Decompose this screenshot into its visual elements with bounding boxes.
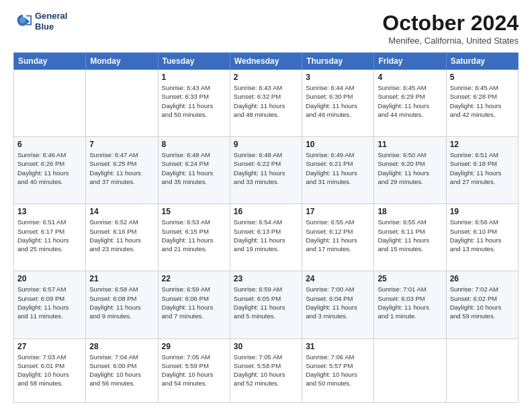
- calendar-cell: 13Sunrise: 6:51 AM Sunset: 6:17 PM Dayli…: [14, 204, 86, 271]
- day-number: 15: [162, 207, 226, 216]
- weekday-header: Sunday: [14, 53, 86, 70]
- calendar-cell: 27Sunrise: 7:03 AM Sunset: 6:01 PM Dayli…: [14, 338, 86, 403]
- calendar-cell: 5Sunrise: 6:45 AM Sunset: 6:28 PM Daylig…: [446, 70, 518, 137]
- title-area: October 2024 Menifee, California, United…: [382, 11, 519, 46]
- calendar-cell: [14, 70, 86, 137]
- page: General Blue October 2024 Menifee, Calif…: [0, 0, 532, 411]
- cell-content: Sunrise: 6:49 AM Sunset: 6:21 PM Dayligh…: [306, 150, 370, 186]
- calendar-cell: 22Sunrise: 6:59 AM Sunset: 6:06 PM Dayli…: [158, 271, 230, 338]
- cell-content: Sunrise: 6:58 AM Sunset: 6:08 PM Dayligh…: [89, 285, 154, 320]
- cell-content: Sunrise: 6:59 AM Sunset: 6:06 PM Dayligh…: [162, 285, 226, 320]
- day-number: 29: [162, 342, 226, 351]
- weekday-header-row: SundayMondayTuesdayWednesdayThursdayFrid…: [14, 53, 519, 70]
- weekday-header: Monday: [86, 53, 158, 70]
- calendar-table: SundayMondayTuesdayWednesdayThursdayFrid…: [13, 52, 519, 403]
- cell-content: Sunrise: 6:51 AM Sunset: 6:18 PM Dayligh…: [450, 150, 515, 186]
- calendar-cell: 23Sunrise: 6:59 AM Sunset: 6:05 PM Dayli…: [230, 271, 302, 338]
- calendar-cell: 14Sunrise: 6:52 AM Sunset: 6:16 PM Dayli…: [86, 204, 158, 271]
- logo-icon: [13, 12, 32, 31]
- cell-content: Sunrise: 6:52 AM Sunset: 6:16 PM Dayligh…: [89, 218, 154, 253]
- calendar-cell: 17Sunrise: 6:55 AM Sunset: 6:12 PM Dayli…: [302, 204, 374, 271]
- day-number: 5: [450, 73, 515, 82]
- calendar-cell: 3Sunrise: 6:44 AM Sunset: 6:30 PM Daylig…: [302, 70, 374, 137]
- cell-content: Sunrise: 7:00 AM Sunset: 6:04 PM Dayligh…: [306, 285, 370, 320]
- cell-content: Sunrise: 6:45 AM Sunset: 6:29 PM Dayligh…: [378, 83, 442, 119]
- day-number: 30: [234, 342, 298, 351]
- day-number: 7: [89, 140, 154, 149]
- month-title: October 2024: [382, 11, 519, 36]
- day-number: 4: [378, 73, 442, 82]
- cell-content: Sunrise: 6:59 AM Sunset: 6:05 PM Dayligh…: [234, 285, 298, 320]
- day-number: 3: [306, 73, 370, 82]
- calendar-cell: 11Sunrise: 6:50 AM Sunset: 6:20 PM Dayli…: [374, 137, 446, 204]
- cell-content: Sunrise: 6:53 AM Sunset: 6:15 PM Dayligh…: [162, 218, 226, 253]
- day-number: 27: [17, 342, 82, 351]
- day-number: 19: [450, 207, 515, 216]
- header: General Blue October 2024 Menifee, Calif…: [13, 11, 519, 46]
- calendar-cell: 30Sunrise: 7:05 AM Sunset: 5:58 PM Dayli…: [230, 338, 302, 403]
- day-number: 14: [89, 207, 154, 216]
- day-number: 31: [306, 342, 370, 351]
- cell-content: Sunrise: 6:44 AM Sunset: 6:30 PM Dayligh…: [306, 83, 370, 119]
- calendar-cell: 20Sunrise: 6:57 AM Sunset: 6:09 PM Dayli…: [14, 271, 86, 338]
- calendar-cell: 12Sunrise: 6:51 AM Sunset: 6:18 PM Dayli…: [446, 137, 518, 204]
- cell-content: Sunrise: 6:45 AM Sunset: 6:28 PM Dayligh…: [450, 83, 515, 119]
- day-number: 2: [234, 73, 298, 82]
- cell-content: Sunrise: 6:55 AM Sunset: 6:11 PM Dayligh…: [378, 218, 442, 253]
- cell-content: Sunrise: 6:54 AM Sunset: 6:13 PM Dayligh…: [234, 218, 298, 253]
- calendar-cell: 2Sunrise: 6:43 AM Sunset: 6:32 PM Daylig…: [230, 70, 302, 137]
- calendar-cell: 31Sunrise: 7:06 AM Sunset: 5:57 PM Dayli…: [302, 338, 374, 403]
- calendar-cell: [86, 70, 158, 137]
- calendar-cell: 26Sunrise: 7:02 AM Sunset: 6:02 PM Dayli…: [446, 271, 518, 338]
- day-number: 18: [378, 207, 442, 216]
- day-number: 24: [306, 274, 370, 283]
- calendar-cell: [374, 338, 446, 403]
- calendar-cell: 9Sunrise: 6:48 AM Sunset: 6:22 PM Daylig…: [230, 137, 302, 204]
- cell-content: Sunrise: 6:43 AM Sunset: 6:33 PM Dayligh…: [162, 83, 226, 119]
- cell-content: Sunrise: 6:57 AM Sunset: 6:09 PM Dayligh…: [17, 285, 82, 320]
- day-number: 23: [234, 274, 298, 283]
- day-number: 13: [17, 207, 82, 216]
- calendar-cell: 18Sunrise: 6:55 AM Sunset: 6:11 PM Dayli…: [374, 204, 446, 271]
- cell-content: Sunrise: 7:04 AM Sunset: 6:00 PM Dayligh…: [89, 353, 154, 388]
- day-number: 26: [450, 274, 515, 283]
- day-number: 16: [234, 207, 298, 216]
- cell-content: Sunrise: 6:48 AM Sunset: 6:24 PM Dayligh…: [162, 150, 226, 186]
- calendar-cell: 15Sunrise: 6:53 AM Sunset: 6:15 PM Dayli…: [158, 204, 230, 271]
- day-number: 12: [450, 140, 515, 149]
- cell-content: Sunrise: 6:43 AM Sunset: 6:32 PM Dayligh…: [234, 83, 298, 119]
- calendar-cell: 29Sunrise: 7:05 AM Sunset: 5:59 PM Dayli…: [158, 338, 230, 403]
- weekday-header: Thursday: [302, 53, 374, 70]
- cell-content: Sunrise: 7:05 AM Sunset: 5:59 PM Dayligh…: [162, 353, 226, 388]
- weekday-header: Wednesday: [230, 53, 302, 70]
- cell-content: Sunrise: 6:51 AM Sunset: 6:17 PM Dayligh…: [17, 218, 82, 253]
- day-number: 25: [378, 274, 442, 283]
- logo: General Blue: [13, 11, 67, 32]
- cell-content: Sunrise: 6:55 AM Sunset: 6:12 PM Dayligh…: [306, 218, 370, 253]
- day-number: 8: [162, 140, 226, 149]
- calendar-cell: 8Sunrise: 6:48 AM Sunset: 6:24 PM Daylig…: [158, 137, 230, 204]
- day-number: 10: [306, 140, 370, 149]
- location: Menifee, California, United States: [382, 36, 519, 46]
- calendar-cell: 16Sunrise: 6:54 AM Sunset: 6:13 PM Dayli…: [230, 204, 302, 271]
- day-number: 1: [162, 73, 226, 82]
- day-number: 6: [17, 140, 82, 149]
- cell-content: Sunrise: 7:06 AM Sunset: 5:57 PM Dayligh…: [306, 353, 370, 388]
- day-number: 21: [89, 274, 154, 283]
- logo-text: General Blue: [35, 11, 67, 32]
- cell-content: Sunrise: 7:02 AM Sunset: 6:02 PM Dayligh…: [450, 285, 515, 320]
- calendar-cell: 25Sunrise: 7:01 AM Sunset: 6:03 PM Dayli…: [374, 271, 446, 338]
- calendar-week-row: 20Sunrise: 6:57 AM Sunset: 6:09 PM Dayli…: [14, 271, 519, 338]
- weekday-header: Tuesday: [158, 53, 230, 70]
- cell-content: Sunrise: 7:01 AM Sunset: 6:03 PM Dayligh…: [378, 285, 442, 320]
- calendar-cell: 1Sunrise: 6:43 AM Sunset: 6:33 PM Daylig…: [158, 70, 230, 137]
- calendar-week-row: 27Sunrise: 7:03 AM Sunset: 6:01 PM Dayli…: [14, 338, 519, 403]
- calendar-cell: 24Sunrise: 7:00 AM Sunset: 6:04 PM Dayli…: [302, 271, 374, 338]
- weekday-header: Friday: [374, 53, 446, 70]
- calendar-week-row: 6Sunrise: 6:46 AM Sunset: 6:26 PM Daylig…: [14, 137, 519, 204]
- cell-content: Sunrise: 6:56 AM Sunset: 6:10 PM Dayligh…: [450, 218, 515, 253]
- calendar-cell: 7Sunrise: 6:47 AM Sunset: 6:25 PM Daylig…: [86, 137, 158, 204]
- day-number: 28: [89, 342, 154, 351]
- cell-content: Sunrise: 7:03 AM Sunset: 6:01 PM Dayligh…: [17, 353, 82, 388]
- calendar-cell: 19Sunrise: 6:56 AM Sunset: 6:10 PM Dayli…: [446, 204, 518, 271]
